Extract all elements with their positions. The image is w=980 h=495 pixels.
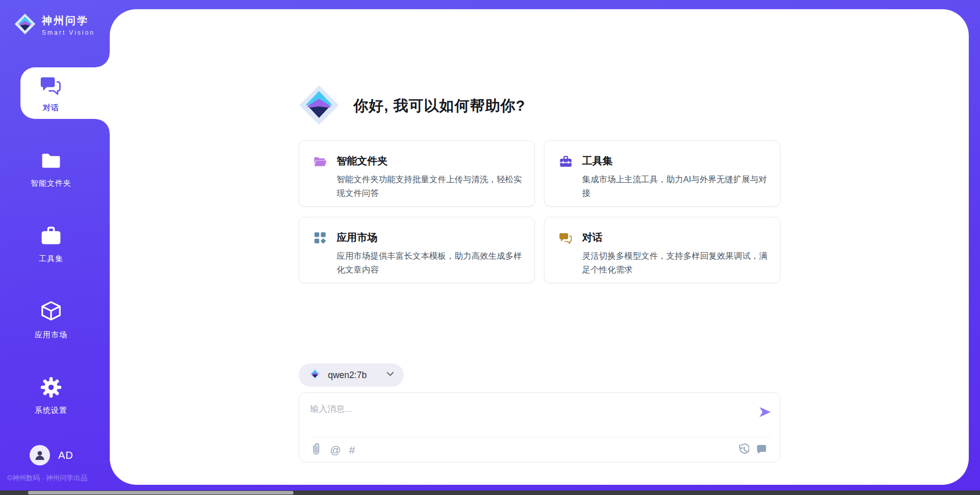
card-description: 应用市场提供丰富长文本模板，助力高效生成多样化文章内容 [337, 249, 523, 277]
card-title: 智能文件夹 [337, 154, 523, 168]
new-conversation-button[interactable] [755, 443, 768, 457]
diamond-logo-icon [309, 368, 321, 382]
user-initials: AD [58, 450, 74, 461]
card-title: 工具集 [582, 154, 769, 168]
hash-icon: # [349, 444, 355, 455]
card-app-market[interactable]: 应用市场 应用市场提供丰富长文本模板，助力高效生成多样化文章内容 [299, 217, 535, 283]
send-arrow-icon [758, 413, 772, 420]
card-title: 应用市场 [337, 231, 523, 244]
main-panel: 你好, 我可以如何帮助你? 智能文件夹 智能文件夹功能支持批量文件上传与清洗，轻… [110, 9, 969, 485]
send-button[interactable] [758, 405, 772, 420]
folder-icon [40, 150, 62, 174]
attach-file-button[interactable] [310, 442, 322, 457]
card-description: 集成市场上主流工具，助力AI与外界无缝扩展与对接 [582, 172, 769, 200]
card-description: 灵活切换多模型文件，支持多样回复效果调试，满足个性化需求 [582, 249, 769, 277]
chat-bubbles-icon [559, 231, 573, 283]
briefcase-icon [559, 155, 573, 206]
sidebar-item-smart-folder[interactable]: 智能文件夹 [0, 143, 110, 194]
at-icon: @ [330, 444, 341, 455]
sidebar-item-app-market[interactable]: 应用市场 [0, 294, 110, 345]
hashtag-button[interactable]: # [349, 444, 355, 455]
sidebar: 神州问学 Smart Vision 对话 智能文件夹 [0, 0, 110, 495]
card-description: 智能文件夹功能支持批量文件上传与清洗，轻松实现文件问答 [337, 172, 523, 200]
card-chat[interactable]: 对话 灵活切换多模型文件，支持多样回复效果调试，满足个性化需求 [544, 217, 780, 283]
feature-cards: 智能文件夹 智能文件夹功能支持批量文件上传与清洗，轻松实现文件问答 工具集 集成… [299, 140, 780, 283]
sidebar-item-label: 应用市场 [35, 330, 67, 340]
toolbox-icon [40, 225, 62, 250]
history-icon [738, 443, 749, 456]
paperclip-icon [310, 442, 322, 457]
cube-icon [39, 300, 63, 326]
greeting-block: 你好, 我可以如何帮助你? [299, 84, 780, 128]
gear-icon [39, 376, 63, 401]
horizontal-scrollbar[interactable] [0, 490, 980, 495]
horizontal-scrollbar-thumb[interactable] [28, 491, 293, 494]
comment-icon [755, 443, 768, 457]
greeting-title: 你好, 我可以如何帮助你? [354, 96, 526, 116]
greeting-diamond-logo-icon [299, 84, 339, 129]
sidebar-item-toolset[interactable]: 工具集 [0, 218, 110, 270]
user-account[interactable]: AD [30, 445, 74, 465]
sidebar-item-label: 系统设置 [35, 406, 67, 415]
brand: 神州问学 Smart Vision [14, 13, 95, 37]
mention-button[interactable]: @ [330, 444, 341, 455]
chevron-down-icon [386, 370, 395, 381]
sidebar-item-label: 智能文件夹 [31, 179, 71, 188]
brand-subtitle: Smart Vision [42, 29, 95, 36]
message-composer: @ # [299, 392, 780, 462]
card-toolset[interactable]: 工具集 集成市场上主流工具，助力AI与外界无缝扩展与对接 [544, 140, 780, 207]
sidebar-item-label: 工具集 [39, 254, 63, 264]
sidebar-nav: 对话 智能文件夹 工具集 应 [0, 67, 110, 445]
grid-icon [313, 231, 327, 283]
chat-bubbles-icon [40, 74, 62, 98]
card-smart-folder[interactable]: 智能文件夹 智能文件夹功能支持批量文件上传与清洗，轻松实现文件问答 [299, 140, 535, 207]
card-title: 对话 [582, 231, 769, 244]
brand-name: 神州问学 [42, 14, 95, 28]
history-button[interactable] [738, 443, 749, 456]
model-selector[interactable]: qwen2:7b [299, 363, 404, 387]
model-name: qwen2:7b [328, 370, 379, 381]
folder-open-icon [313, 155, 327, 206]
copyright-text: ©神州数码 · 神州问学出品 [7, 474, 87, 483]
avatar [30, 445, 50, 465]
sidebar-item-chat[interactable]: 对话 [0, 67, 110, 119]
sidebar-item-label: 对话 [43, 103, 59, 113]
message-input[interactable] [310, 400, 758, 434]
brand-diamond-logo-icon [14, 13, 36, 37]
sidebar-item-settings[interactable]: 系统设置 [0, 369, 110, 421]
composer-divider [310, 437, 772, 437]
